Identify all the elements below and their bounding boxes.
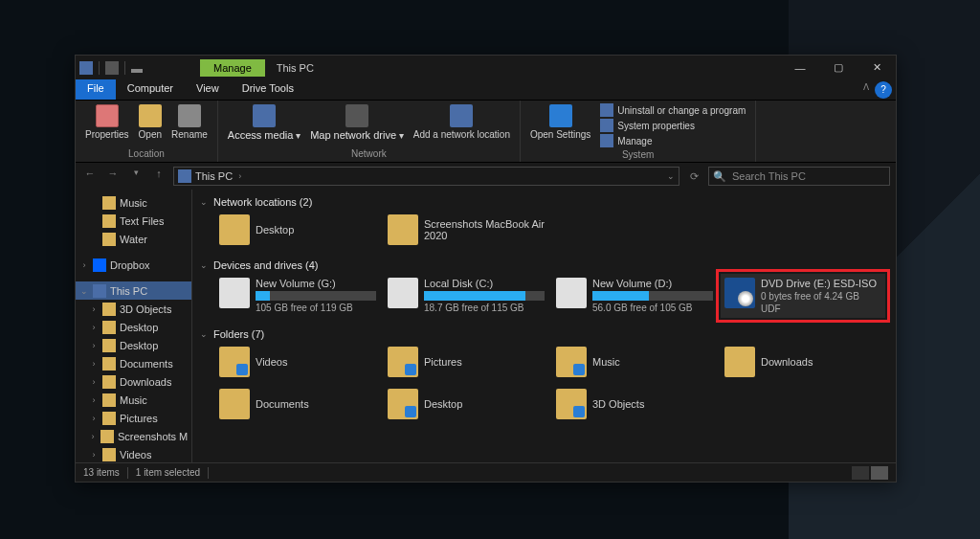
- titlebar[interactable]: Manage This PC — ▢ ✕: [76, 56, 896, 79]
- view-switcher: [852, 466, 888, 480]
- sidebar-item-videos[interactable]: ›Videos: [76, 445, 191, 462]
- item-videos[interactable]: Videos: [215, 343, 380, 381]
- map-drive-icon: [345, 104, 368, 127]
- item-music[interactable]: Music: [552, 343, 717, 381]
- close-button[interactable]: ✕: [858, 56, 896, 79]
- context-tabs: Manage This PC: [200, 59, 325, 77]
- drive-local-disk-c-[interactable]: Local Disk (C:)18.7 GB free of 115 GB: [384, 274, 548, 318]
- folder-icon: [556, 389, 587, 419]
- back-button[interactable]: ←: [81, 168, 99, 185]
- drive-new-volume-d-[interactable]: New Volume (D:)56.0 GB free of 105 GB: [552, 274, 717, 318]
- add-network-button[interactable]: Add a network location: [410, 102, 514, 147]
- ribbon-tab-drivetools[interactable]: Drive Tools: [231, 79, 305, 100]
- sidebar-item-this-pc[interactable]: ⌄This PC: [76, 281, 191, 300]
- items-grid: VideosPicturesMusicDownloadsDocumentsDes…: [200, 343, 888, 423]
- ribbon-tab-computer[interactable]: Computer: [116, 79, 185, 100]
- sidebar-item-dropbox[interactable]: ›Dropbox: [76, 256, 191, 274]
- caret-icon[interactable]: ›: [89, 432, 97, 441]
- sidebar-item-pictures[interactable]: ›Pictures: [76, 409, 191, 427]
- uninstall-button[interactable]: Uninstall or change a program: [596, 102, 749, 118]
- address-dropdown-icon[interactable]: ⌄: [667, 171, 675, 181]
- manage-button[interactable]: Manage: [596, 133, 749, 148]
- recent-button[interactable]: ▾: [127, 168, 145, 185]
- tiles-view-button[interactable]: [871, 466, 888, 480]
- item-downloads[interactable]: Downloads: [721, 343, 885, 381]
- sidebar-item-downloads[interactable]: ›Downloads: [76, 372, 191, 391]
- caret-icon[interactable]: ›: [89, 395, 99, 405]
- sidebar-item-label: Pictures: [120, 413, 158, 424]
- open-settings-button[interactable]: Open Settings: [526, 102, 594, 148]
- sidebar-item-documents[interactable]: ›Documents: [76, 354, 191, 372]
- sidebar-item-desktop[interactable]: ›Desktop: [76, 336, 191, 354]
- sidebar-item-screenshots-macb[interactable]: ›Screenshots MacB: [76, 427, 191, 445]
- window-controls: — ▢ ✕: [781, 56, 896, 79]
- folder-icon: [388, 214, 418, 245]
- section: ⌄Folders (7)VideosPicturesMusicDownloads…: [200, 326, 888, 423]
- sidebar-item-desktop[interactable]: ›Desktop: [76, 318, 191, 336]
- item-desktop[interactable]: Desktop: [215, 211, 380, 249]
- map-drive-button[interactable]: Map network drive ▾: [306, 102, 408, 147]
- address-field[interactable]: This PC › ⌄: [173, 167, 679, 186]
- properties-button[interactable]: Properties: [81, 102, 133, 147]
- sidebar-item-music[interactable]: ›Music: [76, 391, 191, 409]
- section-header[interactable]: ⌄Network locations (2): [200, 193, 888, 211]
- item-pictures[interactable]: Pictures: [384, 343, 548, 381]
- item-screenshots-macbook-air-2020[interactable]: Screenshots MacBook Air 2020: [384, 211, 548, 249]
- tab-manage[interactable]: Manage: [200, 59, 265, 77]
- chevron-down-icon[interactable]: ⌄: [200, 260, 208, 270]
- caret-icon[interactable]: ›: [89, 377, 99, 387]
- content-pane[interactable]: ⌄Network locations (2)DesktopScreenshots…: [192, 190, 896, 462]
- qat-dropdown-icon[interactable]: [131, 69, 143, 73]
- item-documents[interactable]: Documents: [215, 385, 380, 423]
- sidebar-item-label: Documents: [120, 358, 173, 370]
- section-header[interactable]: ⌄Devices and drives (4): [200, 257, 888, 274]
- maximize-button[interactable]: ▢: [819, 56, 858, 79]
- chevron-right-icon[interactable]: ›: [238, 171, 241, 181]
- drive-name: DVD Drive (E:) ESD-ISO: [761, 278, 881, 289]
- sidebar-item-water[interactable]: Water: [76, 230, 191, 248]
- ribbon-tab-view[interactable]: View: [185, 79, 231, 100]
- drive-new-volume-g-[interactable]: New Volume (G:)105 GB free of 119 GB: [215, 274, 380, 318]
- caret-icon[interactable]: ›: [79, 260, 89, 270]
- caret-icon[interactable]: ›: [89, 450, 99, 460]
- section-title: Folders (7): [213, 328, 264, 340]
- refresh-button[interactable]: ⟳: [685, 170, 702, 183]
- search-icon: 🔍: [713, 170, 726, 183]
- qat: [79, 61, 143, 75]
- caret-icon[interactable]: ›: [89, 323, 99, 332]
- caret-icon[interactable]: ›: [89, 414, 99, 423]
- up-button[interactable]: ↑: [150, 168, 167, 185]
- search-field[interactable]: 🔍 Search This PC: [708, 167, 890, 186]
- qat-item[interactable]: [105, 61, 119, 75]
- rename-button[interactable]: Rename: [167, 102, 212, 147]
- item-3d-objects[interactable]: 3D Objects: [552, 385, 717, 423]
- caret-icon[interactable]: ›: [89, 304, 99, 314]
- ribbon-collapse-icon[interactable]: ᐱ: [858, 79, 875, 100]
- folder-icon: [388, 347, 418, 377]
- manage-icon: [600, 134, 613, 147]
- help-icon[interactable]: ?: [875, 81, 892, 99]
- navigation-pane[interactable]: MusicText FilesWater›Dropbox⌄This PC›3D …: [76, 190, 192, 462]
- section-title: Devices and drives (4): [213, 259, 318, 271]
- item-desktop[interactable]: Desktop: [384, 385, 548, 423]
- folder-icon: [102, 196, 116, 210]
- sidebar-item-music[interactable]: Music: [76, 193, 191, 212]
- minimize-button[interactable]: —: [781, 56, 819, 79]
- open-button[interactable]: Open: [135, 102, 166, 147]
- details-view-button[interactable]: [852, 466, 869, 480]
- sidebar-item-text-files[interactable]: Text Files: [76, 212, 191, 230]
- caret-icon[interactable]: ›: [89, 341, 99, 350]
- caret-icon[interactable]: ⌄: [79, 286, 89, 296]
- system-properties-button[interactable]: System properties: [596, 118, 749, 133]
- caret-icon[interactable]: ›: [89, 359, 99, 369]
- sidebar-item-3d-objects[interactable]: ›3D Objects: [76, 300, 191, 318]
- forward-button[interactable]: →: [104, 168, 122, 185]
- ribbon-tab-file[interactable]: File: [76, 79, 116, 100]
- chevron-down-icon[interactable]: ⌄: [200, 197, 208, 207]
- folder-icon: [102, 214, 116, 228]
- drive-name: New Volume (D:): [592, 278, 713, 289]
- chevron-down-icon[interactable]: ⌄: [200, 329, 208, 339]
- section-header[interactable]: ⌄Folders (7): [200, 326, 888, 343]
- access-media-button[interactable]: Access media ▾: [224, 102, 304, 147]
- drive-dvd-drive-e-esd-iso[interactable]: DVD Drive (E:) ESD-ISO0 bytes free of 4.…: [721, 274, 885, 318]
